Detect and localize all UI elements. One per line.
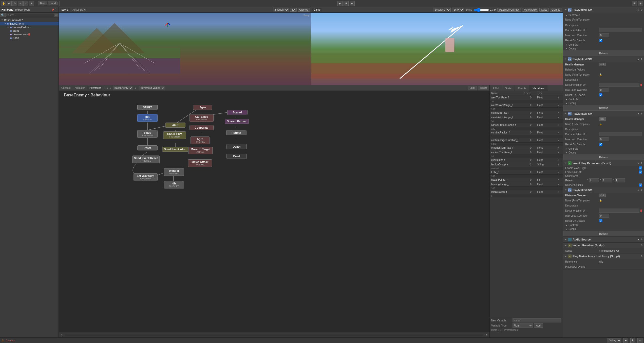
pm2-pin[interactable]: ⚙ <box>640 58 642 60</box>
rect-tool[interactable]: ▭ <box>23 1 28 6</box>
lock-button[interactable]: Lock <box>468 86 477 90</box>
tab-animator[interactable]: Animator <box>73 86 86 90</box>
hierarchy-search-input[interactable] <box>5 13 54 17</box>
scene-tab[interactable]: Scene <box>60 8 70 11</box>
pm3-debug[interactable]: ► Debug <box>563 151 644 155</box>
voxel-enable-checkbox[interactable]: ✓ <box>637 162 639 165</box>
array-pin[interactable]: ⚙ <box>640 255 642 258</box>
cb-reset-4[interactable] <box>599 219 602 222</box>
tree-item-base-enemy[interactable]: ▼ ■ BaseEnemy <box>0 22 59 25</box>
node-death[interactable]: Death <box>226 144 247 149</box>
node-retreat[interactable]: Retreat <box>226 130 247 135</box>
var-row-alertTurnRate[interactable]: alertTurnRate_f 0 Float ✕ <box>490 95 563 100</box>
input-docurl-4[interactable] <box>599 209 639 213</box>
pm1-controls[interactable]: ► Controls <box>563 43 644 47</box>
node-scared-retreat[interactable]: Scared Retreat <box>225 119 249 124</box>
fsm-tab-fsm[interactable]: FSM <box>490 85 502 91</box>
extents-z-input[interactable] <box>615 178 625 182</box>
node-check-fov[interactable]: Check FOV FINISHED <box>163 131 186 139</box>
node-call-allies[interactable]: Call allies FINISHED <box>190 114 214 122</box>
layout-button[interactable]: ⊞ <box>638 1 643 6</box>
scroll-left[interactable]: ◄ <box>60 333 63 336</box>
behaviour-values-select[interactable]: Behaviour Values <box>139 86 165 90</box>
tree-root[interactable]: ▼ BaseEnemy03* <box>0 18 59 22</box>
pm1-beh-header[interactable]: ► Behaviour <box>563 13 644 17</box>
3d-mode-btn[interactable]: 3D <box>290 8 297 12</box>
node-agro-move[interactable]: Agro FINISHED <box>191 136 210 144</box>
voxel-pin[interactable]: ⚙ <box>640 162 642 164</box>
audio-enable-checkbox[interactable]: ✓ <box>637 238 639 241</box>
tree-item-sight[interactable]: ■ Sight <box>0 29 59 32</box>
pm2-controls[interactable]: ► Controls <box>563 97 644 101</box>
node-agro-top[interactable]: Agro <box>193 105 212 110</box>
pm3-enable-checkbox[interactable]: ✓ <box>637 112 639 115</box>
node-start[interactable]: START <box>137 105 158 110</box>
error-count[interactable]: 5 errors <box>6 339 14 342</box>
edit-btn-pm2[interactable]: Edit <box>599 63 606 66</box>
playmaker-canvas[interactable]: BaseEnemy : Behaviour <box>59 91 489 332</box>
all-label[interactable]: All <box>55 14 58 16</box>
tree-item-collider[interactable]: ► ■ EnemyCollider <box>0 25 59 29</box>
audio-pin[interactable]: ⚙ <box>640 238 642 241</box>
node-move-target[interactable]: Move to Target Activate <box>188 147 213 154</box>
cb-reset-3[interactable] <box>599 143 602 146</box>
pivot-button[interactable]: Pivot <box>38 2 47 5</box>
node-melee[interactable]: Melee Attack FINISHED <box>188 159 212 167</box>
tab-hierarchy[interactable]: Hierarchy <box>2 8 13 11</box>
node-setup[interactable]: Setup FINISHED <box>137 130 158 138</box>
maximize-btn[interactable]: Maximize On Play <box>497 8 521 12</box>
var-row-healthPoints[interactable]: healthPoints_i 0 Int ✕ <box>490 178 563 182</box>
move-tool[interactable]: ✥ <box>7 1 12 6</box>
game-tab[interactable]: Game <box>312 8 322 11</box>
tab-playmaker[interactable]: PlayMaker <box>87 86 102 90</box>
tree-item-lawareness[interactable]: ■ LAwareness ! <box>0 32 59 36</box>
pause-btn-bottom[interactable]: ⏸ <box>630 338 635 343</box>
impact-pin[interactable]: ⚙ <box>640 244 642 247</box>
input-maxloop-2[interactable] <box>599 88 609 92</box>
cb-force-unstuck[interactable] <box>639 170 642 174</box>
scale-tool[interactable]: ⤡ <box>18 1 23 6</box>
var-row-enragedTurnRate[interactable]: enragedTurnRate_f 0 Float ✕ <box>490 146 563 150</box>
node-idle[interactable]: Idle FINISHED <box>164 181 184 188</box>
var-row-fov[interactable]: FOV_f 0 Float ✕ <box>490 170 563 175</box>
step-btn-bottom[interactable]: ⏭ <box>637 338 642 343</box>
var-row-confirmTarget[interactable]: confirmTargetDuration_f 0 Float ✕ <box>490 138 563 143</box>
var-row-hearingRange[interactable]: hearingRange_f 0 Float ✕ <box>490 182 563 187</box>
collapse-pm3[interactable]: ▼ <box>565 112 567 115</box>
input-maxloop-4[interactable] <box>599 214 609 218</box>
back-arrow[interactable]: ◄ <box>106 87 108 89</box>
play-btn-bottom[interactable]: ▶ <box>623 338 628 343</box>
forward-arrow[interactable]: ► <box>109 87 112 89</box>
var-type-select[interactable]: Float Int String Bool GameObject <box>513 323 533 328</box>
node-dead[interactable]: Dead <box>226 154 247 159</box>
extents-x-input[interactable] <box>589 178 599 182</box>
pm4-debug[interactable]: ► Debug <box>563 227 644 231</box>
collapse-impact[interactable]: ► <box>565 244 567 247</box>
collapse-array[interactable]: ► <box>565 255 567 258</box>
node-send-reset[interactable]: Send Event:Reset FINISHED <box>132 156 160 163</box>
refresh-btn-1[interactable]: Refresh <box>563 50 644 56</box>
hint-preferences[interactable]: Preferences <box>504 329 518 331</box>
aspect-select[interactable]: 16:9 <box>452 8 464 12</box>
collapse-pm1[interactable]: ▼ <box>565 9 567 11</box>
render-mode-select[interactable]: Shaded <box>273 8 289 12</box>
display-select[interactable]: Display 1 <box>433 8 451 12</box>
node-waypoint[interactable]: Set Waypoint FINISHED <box>134 173 158 181</box>
pm3-pin[interactable]: ⚙ <box>640 112 642 115</box>
hint-f1[interactable]: Hints [F1] <box>491 329 502 331</box>
play-button[interactable]: ▶ <box>337 1 343 6</box>
node-send-alert[interactable]: Send Event:Alert <box>162 147 188 152</box>
fsm-tab-state[interactable]: State <box>502 85 515 91</box>
var-row-excitedTurnRate[interactable]: excitedTurnRate_f 0 Float ✕ <box>490 150 563 155</box>
hierarchy-menu[interactable]: ⋮ <box>55 9 57 11</box>
var-row-calmVisionRange[interactable]: calmVisionRange_f 0 Float ✕ <box>490 115 563 120</box>
step-button[interactable]: ⏭ <box>350 1 355 6</box>
select-button[interactable]: Select <box>478 86 488 90</box>
cb-enable-light[interactable] <box>639 166 642 169</box>
scale-slider[interactable] <box>474 8 489 12</box>
input-docurl-2[interactable] <box>599 83 639 87</box>
var-row-cancelPursuit[interactable]: cancelPursuitRange_f 0 Float ✕ <box>490 123 563 127</box>
pm1-debug[interactable]: ► Debug <box>563 47 644 50</box>
collapse-pm4[interactable]: ▼ <box>565 189 567 191</box>
var-row-calmTurnRate[interactable]: calmTurnRate_f 0 Float ✕ <box>490 111 563 115</box>
